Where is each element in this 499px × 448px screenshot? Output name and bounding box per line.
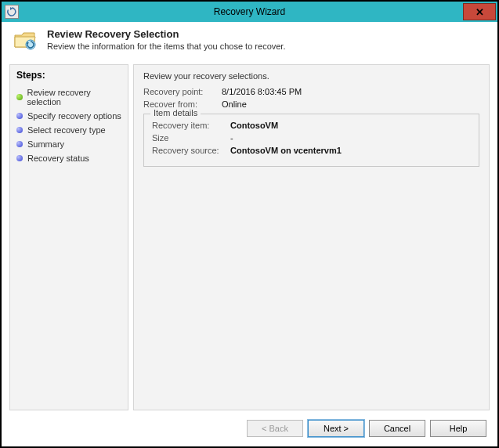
step-review-recovery-selection[interactable]: Review recovery selection <box>16 85 121 109</box>
header-text: Review Recovery Selection Review the inf… <box>47 28 285 53</box>
recovery-item-row: Recovery item: ContosoVM <box>152 121 471 130</box>
step-specify-recovery-options[interactable]: Specify recovery options <box>16 109 121 123</box>
page-subtitle: Review the information for the items tha… <box>47 42 285 51</box>
recovery-source-label: Recovery source: <box>152 146 230 155</box>
item-details-group: Item details Recovery item: ContosoVM Si… <box>143 114 479 167</box>
step-label: Review recovery selection <box>27 88 121 107</box>
close-button[interactable]: ✕ <box>463 3 496 20</box>
recovery-source-row: Recovery source: ContosoVM on vcentervm1 <box>152 146 471 155</box>
steps-heading: Steps: <box>16 70 121 81</box>
step-label: Specify recovery options <box>27 111 121 121</box>
recovery-folder-icon <box>13 28 38 53</box>
step-bullet-icon <box>16 127 23 133</box>
step-summary[interactable]: Summary <box>16 137 121 151</box>
item-details-legend: Item details <box>150 108 201 117</box>
recovery-wizard-window: Recovery Wizard ✕ Review Recovery Select… <box>0 0 499 448</box>
back-button: < Back <box>247 420 303 437</box>
titlebar: Recovery Wizard ✕ <box>2 2 497 22</box>
size-label: Size <box>152 133 230 143</box>
recover-from-value: Online <box>222 99 247 109</box>
step-bullet-icon <box>16 113 23 119</box>
size-row: Size - <box>152 133 471 143</box>
main-panel: Review your recovery selections. Recover… <box>133 64 490 410</box>
step-bullet-icon <box>16 141 23 147</box>
size-value: - <box>230 133 233 143</box>
step-label: Summary <box>27 139 64 149</box>
step-label: Recovery status <box>27 154 89 163</box>
recovery-item-value: ContosoVM <box>230 121 278 130</box>
app-icon <box>5 5 19 19</box>
steps-panel: Steps: Review recovery selection Specify… <box>9 64 128 410</box>
step-select-recovery-type[interactable]: Select recovery type <box>16 123 121 137</box>
step-recovery-status[interactable]: Recovery status <box>16 151 121 165</box>
cancel-button[interactable]: Cancel <box>369 420 425 437</box>
step-bullet-icon <box>16 94 23 100</box>
close-icon: ✕ <box>475 6 484 18</box>
next-button[interactable]: Next > <box>308 420 364 437</box>
page-title: Review Recovery Selection <box>47 28 285 40</box>
recovery-point-row: Recovery point: 8/1/2016 8:03:45 PM <box>143 87 479 96</box>
header-panel: Review Recovery Selection Review the inf… <box>2 22 497 64</box>
recovery-point-label: Recovery point: <box>143 87 222 96</box>
body-area: Steps: Review recovery selection Specify… <box>2 64 497 410</box>
button-bar: < Back Next > Cancel Help <box>2 410 497 446</box>
recovery-point-value: 8/1/2016 8:03:45 PM <box>222 87 302 96</box>
step-label: Select recovery type <box>27 125 106 135</box>
review-prompt: Review your recovery selections. <box>143 71 479 81</box>
step-bullet-icon <box>16 155 23 161</box>
recovery-item-label: Recovery item: <box>152 121 230 130</box>
help-button[interactable]: Help <box>430 420 486 437</box>
content-area: Review Recovery Selection Review the inf… <box>2 22 497 446</box>
window-title: Recovery Wizard <box>2 6 497 17</box>
recovery-source-value: ContosoVM on vcentervm1 <box>230 146 342 155</box>
